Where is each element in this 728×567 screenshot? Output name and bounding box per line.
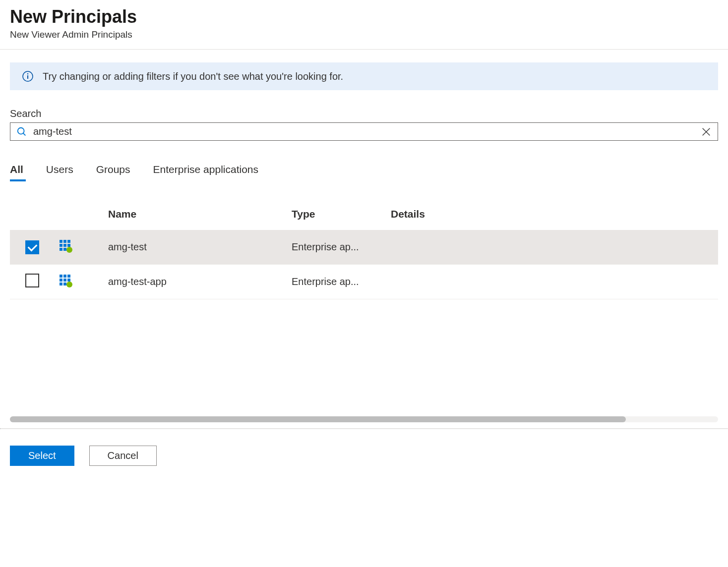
- column-header-details[interactable]: Details: [387, 202, 718, 230]
- svg-rect-20: [63, 279, 66, 282]
- cell-details: [387, 230, 718, 265]
- svg-rect-9: [67, 240, 70, 243]
- cell-type: Enterprise ap...: [288, 265, 387, 299]
- checkbox[interactable]: [25, 240, 39, 254]
- svg-point-3: [18, 127, 24, 134]
- info-text: Try changing or adding filters if you do…: [43, 71, 343, 82]
- clear-search-button[interactable]: [701, 126, 712, 137]
- svg-rect-23: [63, 283, 66, 285]
- cell-type: Enterprise ap...: [288, 230, 387, 265]
- svg-rect-7: [60, 240, 62, 243]
- select-button[interactable]: Select: [10, 446, 74, 466]
- svg-rect-10: [60, 244, 62, 247]
- svg-line-4: [23, 133, 26, 135]
- svg-rect-21: [67, 279, 70, 282]
- page-title: New Principals: [10, 6, 718, 27]
- svg-point-15: [66, 247, 72, 253]
- svg-rect-17: [63, 275, 66, 278]
- cell-name: amg-test: [104, 230, 288, 265]
- footer-actions: Select Cancel: [10, 446, 157, 466]
- cell-details: [387, 265, 718, 299]
- scrollbar-thumb[interactable]: [10, 416, 626, 422]
- horizontal-scrollbar[interactable]: [10, 416, 718, 422]
- tab-users[interactable]: Users: [46, 164, 73, 179]
- cell-name: amg-test-app: [104, 265, 288, 299]
- tab-groups[interactable]: Groups: [96, 164, 130, 179]
- table-row[interactable]: amg-test-app Enterprise ap...: [10, 265, 718, 299]
- enterprise-app-icon: [59, 238, 74, 256]
- svg-point-24: [66, 282, 72, 287]
- tab-all[interactable]: All: [10, 164, 23, 179]
- footer-separator: [0, 428, 728, 429]
- results-table: Name Type Details: [10, 202, 718, 299]
- info-banner: Try changing or adding filters if you do…: [10, 62, 718, 90]
- svg-rect-16: [60, 275, 62, 278]
- header-separator: [0, 49, 728, 50]
- svg-rect-11: [63, 244, 66, 247]
- svg-rect-19: [60, 279, 62, 282]
- svg-rect-12: [67, 244, 70, 247]
- column-header-type[interactable]: Type: [288, 202, 387, 230]
- page-subtitle: New Viewer Admin Principals: [10, 29, 718, 40]
- cancel-button[interactable]: Cancel: [89, 446, 157, 466]
- search-box[interactable]: [10, 122, 718, 141]
- svg-rect-8: [63, 240, 66, 243]
- search-icon: [16, 126, 27, 137]
- search-label: Search: [10, 108, 718, 119]
- svg-rect-14: [63, 248, 66, 251]
- table-row[interactable]: amg-test Enterprise ap...: [10, 230, 718, 265]
- info-icon: [22, 70, 34, 82]
- close-icon: [701, 126, 712, 137]
- svg-rect-18: [67, 275, 70, 278]
- svg-rect-22: [60, 283, 62, 285]
- svg-point-2: [27, 73, 28, 74]
- tab-enterprise-applications[interactable]: Enterprise applications: [153, 164, 258, 179]
- checkbox[interactable]: [25, 274, 39, 287]
- enterprise-app-icon: [59, 273, 74, 291]
- search-input[interactable]: [33, 126, 695, 137]
- svg-rect-13: [60, 248, 62, 251]
- tabs: All Users Groups Enterprise applications: [10, 164, 718, 179]
- column-header-name[interactable]: Name: [104, 202, 288, 230]
